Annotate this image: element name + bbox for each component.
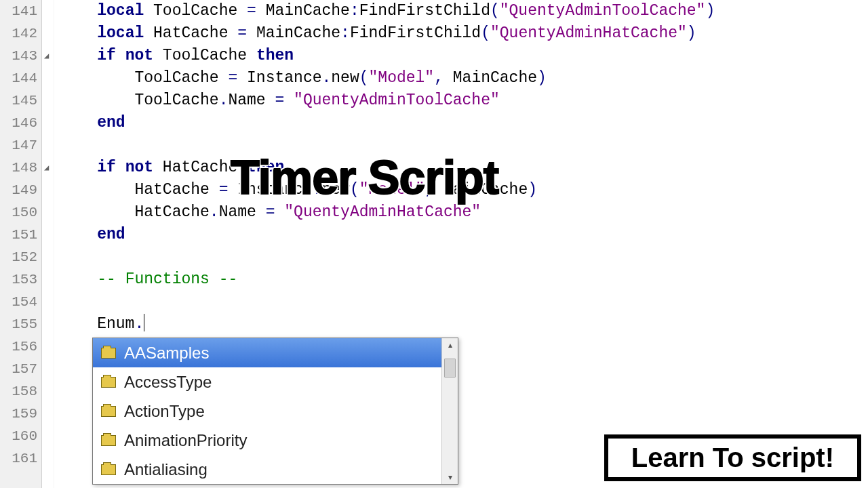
line-number: 155	[7, 313, 37, 336]
code-line[interactable]: -- Functions --	[60, 268, 868, 291]
code-line[interactable]: local HatCache = MainCache:FindFirstChil…	[60, 22, 868, 45]
text-caret	[144, 314, 144, 331]
autocomplete-item[interactable]: AccessType	[93, 367, 441, 396]
autocomplete-item[interactable]: Antialiasing	[93, 455, 441, 484]
line-number: 150	[7, 201, 37, 224]
code-line[interactable]: HatCache.Name = "QuentyAdminHatCache"	[60, 201, 868, 224]
line-number: 151	[7, 224, 37, 246]
code-line[interactable]: ToolCache = Instance.new("Model", MainCa…	[60, 67, 868, 89]
code-line[interactable]: end	[60, 224, 868, 246]
enum-icon	[101, 435, 116, 446]
code-line[interactable]	[60, 246, 868, 268]
autocomplete-item[interactable]: AnimationPriority	[93, 426, 441, 455]
line-number: 148	[7, 157, 37, 179]
line-number: 153	[7, 268, 37, 291]
code-line[interactable]: end	[60, 112, 868, 134]
fold-column: ◢◢	[42, 0, 54, 488]
line-number: 158	[7, 380, 37, 403]
code-line[interactable]	[60, 291, 868, 313]
enum-icon	[101, 348, 116, 359]
line-number: 160	[7, 425, 37, 447]
code-line[interactable]	[60, 134, 868, 157]
line-number: 157	[7, 358, 37, 380]
line-number: 143	[7, 45, 37, 67]
enum-icon	[101, 377, 116, 388]
code-line[interactable]: if not HatCache then	[60, 157, 868, 179]
code-line[interactable]: Enum.	[60, 313, 868, 336]
autocomplete-item-label: AASamples	[124, 344, 209, 363]
line-number: 161	[7, 447, 37, 470]
autocomplete-popup[interactable]: AASamplesAccessTypeActionTypeAnimationPr…	[92, 338, 458, 485]
enum-icon	[101, 406, 116, 417]
line-number: 154	[7, 291, 37, 313]
line-number: 145	[7, 89, 37, 112]
line-number: 142	[7, 22, 37, 45]
line-number: 141	[7, 0, 37, 22]
code-line[interactable]: ToolCache.Name = "QuentyAdminToolCache"	[60, 89, 868, 112]
line-number: 152	[7, 246, 37, 268]
autocomplete-item-label: Antialiasing	[124, 460, 208, 479]
autocomplete-list[interactable]: AASamplesAccessTypeActionTypeAnimationPr…	[93, 338, 441, 484]
line-number: 146	[7, 112, 37, 134]
code-line[interactable]: HatCache = Instance.new("Model", MainCac…	[60, 179, 868, 201]
fold-toggle-icon[interactable]: ◢	[44, 163, 49, 173]
code-line[interactable]: local ToolCache = MainCache:FindFirstChi…	[60, 0, 868, 22]
autocomplete-item-label: ActionType	[124, 402, 205, 421]
scroll-thumb[interactable]	[444, 359, 456, 378]
autocomplete-scrollbar[interactable]: ▴ ▾	[441, 338, 458, 484]
autocomplete-item[interactable]: AASamples	[93, 338, 441, 367]
line-number: 149	[7, 179, 37, 201]
autocomplete-item-label: AnimationPriority	[124, 431, 247, 450]
scroll-down-icon[interactable]: ▾	[442, 470, 458, 484]
line-number-gutter: 1411421431441451461471481491501511521531…	[0, 0, 42, 488]
enum-icon	[101, 464, 116, 475]
autocomplete-item[interactable]: ActionType	[93, 396, 441, 426]
line-number: 156	[7, 336, 37, 358]
autocomplete-item-label: AccessType	[124, 373, 212, 392]
learn-to-script-box: Learn To script!	[604, 434, 861, 481]
code-line[interactable]: if not ToolCache then	[60, 45, 868, 67]
line-number: 159	[7, 403, 37, 425]
scroll-up-icon[interactable]: ▴	[442, 338, 458, 352]
line-number: 144	[7, 67, 37, 89]
fold-toggle-icon[interactable]: ◢	[44, 51, 49, 61]
line-number: 147	[7, 134, 37, 157]
